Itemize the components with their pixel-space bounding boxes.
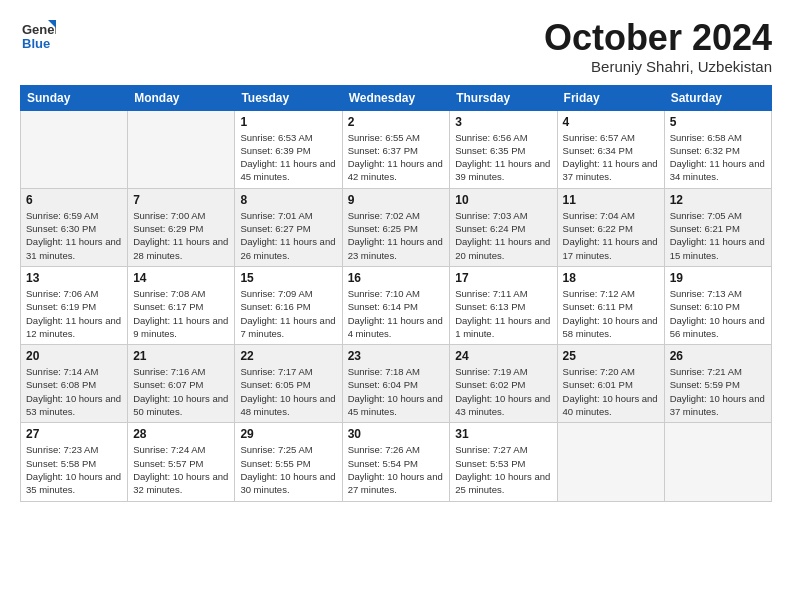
day-number: 7	[133, 193, 229, 207]
day-info: Sunrise: 7:06 AMSunset: 6:19 PMDaylight:…	[26, 287, 122, 340]
header-wednesday: Wednesday	[342, 85, 450, 110]
day-number: 2	[348, 115, 445, 129]
header: General Blue October 2024 Beruniy Shahri…	[20, 18, 772, 75]
day-info: Sunrise: 7:05 AMSunset: 6:21 PMDaylight:…	[670, 209, 766, 262]
header-thursday: Thursday	[450, 85, 557, 110]
day-number: 15	[240, 271, 336, 285]
day-info: Sunrise: 6:57 AMSunset: 6:34 PMDaylight:…	[563, 131, 659, 184]
day-info: Sunrise: 7:10 AMSunset: 6:14 PMDaylight:…	[348, 287, 445, 340]
day-info: Sunrise: 7:04 AMSunset: 6:22 PMDaylight:…	[563, 209, 659, 262]
day-info: Sunrise: 7:26 AMSunset: 5:54 PMDaylight:…	[348, 443, 445, 496]
svg-text:General: General	[22, 22, 56, 37]
day-info: Sunrise: 7:23 AMSunset: 5:58 PMDaylight:…	[26, 443, 122, 496]
table-row: 5Sunrise: 6:58 AMSunset: 6:32 PMDaylight…	[664, 110, 771, 188]
day-number: 1	[240, 115, 336, 129]
table-row: 7Sunrise: 7:00 AMSunset: 6:29 PMDaylight…	[128, 188, 235, 266]
calendar: Sunday Monday Tuesday Wednesday Thursday…	[20, 85, 772, 502]
day-number: 22	[240, 349, 336, 363]
table-row: 13Sunrise: 7:06 AMSunset: 6:19 PMDayligh…	[21, 266, 128, 344]
table-row: 3Sunrise: 6:56 AMSunset: 6:35 PMDaylight…	[450, 110, 557, 188]
day-info: Sunrise: 7:27 AMSunset: 5:53 PMDaylight:…	[455, 443, 551, 496]
location: Beruniy Shahri, Uzbekistan	[544, 58, 772, 75]
day-info: Sunrise: 7:11 AMSunset: 6:13 PMDaylight:…	[455, 287, 551, 340]
day-info: Sunrise: 7:01 AMSunset: 6:27 PMDaylight:…	[240, 209, 336, 262]
day-info: Sunrise: 7:00 AMSunset: 6:29 PMDaylight:…	[133, 209, 229, 262]
day-info: Sunrise: 6:53 AMSunset: 6:39 PMDaylight:…	[240, 131, 336, 184]
day-number: 4	[563, 115, 659, 129]
table-row: 26Sunrise: 7:21 AMSunset: 5:59 PMDayligh…	[664, 345, 771, 423]
table-row: 12Sunrise: 7:05 AMSunset: 6:21 PMDayligh…	[664, 188, 771, 266]
title-block: October 2024 Beruniy Shahri, Uzbekistan	[544, 18, 772, 75]
day-info: Sunrise: 7:16 AMSunset: 6:07 PMDaylight:…	[133, 365, 229, 418]
table-row: 11Sunrise: 7:04 AMSunset: 6:22 PMDayligh…	[557, 188, 664, 266]
day-number: 17	[455, 271, 551, 285]
table-row: 24Sunrise: 7:19 AMSunset: 6:02 PMDayligh…	[450, 345, 557, 423]
day-info: Sunrise: 7:08 AMSunset: 6:17 PMDaylight:…	[133, 287, 229, 340]
day-number: 13	[26, 271, 122, 285]
day-number: 25	[563, 349, 659, 363]
day-info: Sunrise: 7:09 AMSunset: 6:16 PMDaylight:…	[240, 287, 336, 340]
day-number: 31	[455, 427, 551, 441]
table-row: 22Sunrise: 7:17 AMSunset: 6:05 PMDayligh…	[235, 345, 342, 423]
table-row: 10Sunrise: 7:03 AMSunset: 6:24 PMDayligh…	[450, 188, 557, 266]
day-info: Sunrise: 7:21 AMSunset: 5:59 PMDaylight:…	[670, 365, 766, 418]
day-info: Sunrise: 7:17 AMSunset: 6:05 PMDaylight:…	[240, 365, 336, 418]
day-info: Sunrise: 7:14 AMSunset: 6:08 PMDaylight:…	[26, 365, 122, 418]
day-number: 11	[563, 193, 659, 207]
logo-icon: General Blue	[20, 18, 56, 54]
table-row: 1Sunrise: 6:53 AMSunset: 6:39 PMDaylight…	[235, 110, 342, 188]
header-tuesday: Tuesday	[235, 85, 342, 110]
table-row: 23Sunrise: 7:18 AMSunset: 6:04 PMDayligh…	[342, 345, 450, 423]
day-number: 29	[240, 427, 336, 441]
table-row	[128, 110, 235, 188]
logo: General Blue	[20, 18, 56, 54]
day-info: Sunrise: 7:03 AMSunset: 6:24 PMDaylight:…	[455, 209, 551, 262]
table-row: 28Sunrise: 7:24 AMSunset: 5:57 PMDayligh…	[128, 423, 235, 501]
day-info: Sunrise: 7:25 AMSunset: 5:55 PMDaylight:…	[240, 443, 336, 496]
day-info: Sunrise: 7:20 AMSunset: 6:01 PMDaylight:…	[563, 365, 659, 418]
day-number: 9	[348, 193, 445, 207]
day-info: Sunrise: 7:24 AMSunset: 5:57 PMDaylight:…	[133, 443, 229, 496]
day-info: Sunrise: 7:18 AMSunset: 6:04 PMDaylight:…	[348, 365, 445, 418]
day-number: 14	[133, 271, 229, 285]
header-friday: Friday	[557, 85, 664, 110]
table-row: 20Sunrise: 7:14 AMSunset: 6:08 PMDayligh…	[21, 345, 128, 423]
header-monday: Monday	[128, 85, 235, 110]
day-info: Sunrise: 7:19 AMSunset: 6:02 PMDaylight:…	[455, 365, 551, 418]
day-info: Sunrise: 6:55 AMSunset: 6:37 PMDaylight:…	[348, 131, 445, 184]
table-row: 16Sunrise: 7:10 AMSunset: 6:14 PMDayligh…	[342, 266, 450, 344]
day-info: Sunrise: 6:59 AMSunset: 6:30 PMDaylight:…	[26, 209, 122, 262]
day-number: 16	[348, 271, 445, 285]
day-info: Sunrise: 7:12 AMSunset: 6:11 PMDaylight:…	[563, 287, 659, 340]
day-number: 23	[348, 349, 445, 363]
table-row: 18Sunrise: 7:12 AMSunset: 6:11 PMDayligh…	[557, 266, 664, 344]
day-number: 18	[563, 271, 659, 285]
day-number: 30	[348, 427, 445, 441]
day-info: Sunrise: 7:02 AMSunset: 6:25 PMDaylight:…	[348, 209, 445, 262]
calendar-header-row: Sunday Monday Tuesday Wednesday Thursday…	[21, 85, 772, 110]
table-row	[21, 110, 128, 188]
day-number: 20	[26, 349, 122, 363]
table-row: 14Sunrise: 7:08 AMSunset: 6:17 PMDayligh…	[128, 266, 235, 344]
day-number: 27	[26, 427, 122, 441]
day-number: 10	[455, 193, 551, 207]
day-number: 28	[133, 427, 229, 441]
page: General Blue October 2024 Beruniy Shahri…	[0, 0, 792, 512]
day-info: Sunrise: 6:58 AMSunset: 6:32 PMDaylight:…	[670, 131, 766, 184]
table-row: 4Sunrise: 6:57 AMSunset: 6:34 PMDaylight…	[557, 110, 664, 188]
svg-text:Blue: Blue	[22, 36, 50, 51]
table-row	[664, 423, 771, 501]
table-row: 30Sunrise: 7:26 AMSunset: 5:54 PMDayligh…	[342, 423, 450, 501]
table-row: 8Sunrise: 7:01 AMSunset: 6:27 PMDaylight…	[235, 188, 342, 266]
day-number: 3	[455, 115, 551, 129]
table-row: 31Sunrise: 7:27 AMSunset: 5:53 PMDayligh…	[450, 423, 557, 501]
day-number: 24	[455, 349, 551, 363]
day-number: 21	[133, 349, 229, 363]
header-sunday: Sunday	[21, 85, 128, 110]
table-row: 17Sunrise: 7:11 AMSunset: 6:13 PMDayligh…	[450, 266, 557, 344]
table-row: 19Sunrise: 7:13 AMSunset: 6:10 PMDayligh…	[664, 266, 771, 344]
day-number: 5	[670, 115, 766, 129]
table-row	[557, 423, 664, 501]
day-info: Sunrise: 6:56 AMSunset: 6:35 PMDaylight:…	[455, 131, 551, 184]
table-row: 6Sunrise: 6:59 AMSunset: 6:30 PMDaylight…	[21, 188, 128, 266]
